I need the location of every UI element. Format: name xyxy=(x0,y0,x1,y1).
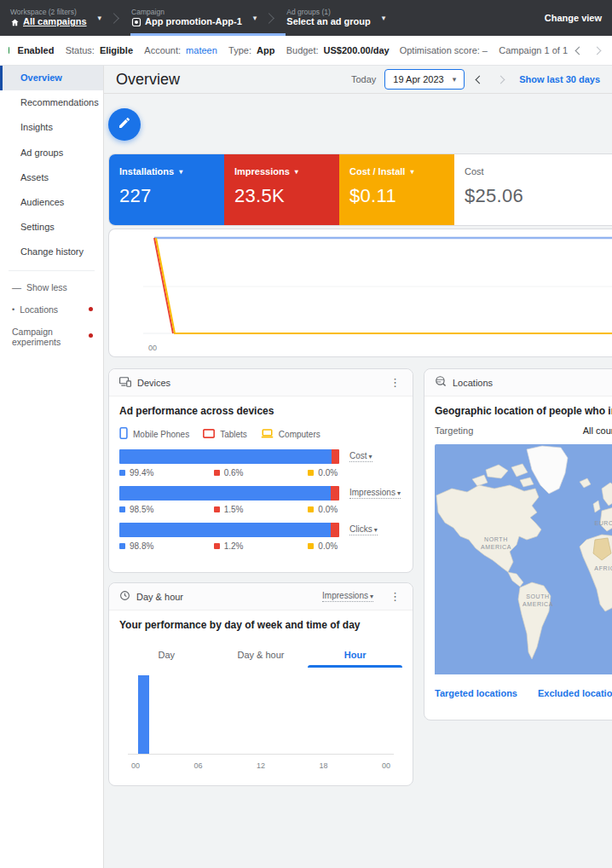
ad-group-selector[interactable]: Ad groups (1) Select an ad group ▾ xyxy=(286,8,385,28)
sidebar-item-change-history[interactable]: Change history xyxy=(0,240,103,264)
metric-dropdown-clicks[interactable]: Clicks▾ xyxy=(349,524,378,535)
campaign-label: Campaign xyxy=(131,8,242,17)
tablet-pct: 1.5% xyxy=(224,505,244,514)
app-campaign-icon xyxy=(131,17,141,27)
metric-tile-cost: Cost $25.06 xyxy=(454,154,569,225)
tab-day-and-hour[interactable]: Day & hour xyxy=(214,643,309,668)
chevron-down-icon: ▾ xyxy=(253,14,257,22)
metric-tile-installations[interactable]: Installations▾ 227 xyxy=(109,154,224,225)
show-less-button[interactable]: — Show less xyxy=(0,276,103,298)
campaign-count: Campaign 1 of 1 xyxy=(499,45,568,55)
map-label-africa: AFRICA xyxy=(594,565,612,571)
laptop-icon xyxy=(261,429,274,440)
minus-icon: — xyxy=(12,282,21,292)
computer-pct: 0.0% xyxy=(318,468,338,477)
stacked-bar xyxy=(119,523,339,537)
device-bar-row-cost: Cost▾ 99.4% 0.6% 0.0% xyxy=(119,449,402,477)
previous-day-button[interactable] xyxy=(473,73,486,86)
chevron-down-icon: ▾ xyxy=(98,14,102,22)
kebab-menu-icon[interactable]: ⋮ xyxy=(388,590,402,603)
world-map[interactable]: NORTH AMERICA SOUTH AMERICA EUROPE AFRIC… xyxy=(435,444,612,678)
date-picker[interactable]: 19 Apr 2023 ▾ xyxy=(384,69,465,90)
sidebar-item-insights[interactable]: Insights xyxy=(0,115,103,140)
previous-campaign-button[interactable] xyxy=(573,44,586,57)
kebab-menu-icon[interactable]: ⋮ xyxy=(388,376,402,389)
clock-icon xyxy=(119,589,130,605)
globe-search-icon xyxy=(435,375,447,391)
map-label-europe: EUROPE xyxy=(594,520,612,526)
campaign-selector[interactable]: Campaign App promotion-App-1 ▾ xyxy=(131,8,257,28)
bar-segment-mobile xyxy=(119,486,331,501)
key-metrics-row: Installations▾ 227 Impressions▾ 23.5K Co… xyxy=(108,153,612,226)
targeted-locations-link[interactable]: Targeted locations xyxy=(435,688,517,698)
page-title: Overview xyxy=(116,71,180,89)
bar-segment-mobile xyxy=(119,449,332,464)
mobile-swatch xyxy=(119,470,125,476)
sidebar-item-audiences[interactable]: Audiences xyxy=(0,190,103,215)
status-value: Eligible xyxy=(100,45,133,55)
chevron-down-icon: ▾ xyxy=(382,14,386,22)
bullet-icon: • xyxy=(12,305,14,314)
metric-dropdown-impressions[interactable]: Impressions▾ xyxy=(349,488,401,499)
today-label: Today xyxy=(351,74,376,84)
computer-pct: 0.0% xyxy=(318,505,338,514)
metric-tile-impressions[interactable]: Impressions▾ 23.5K xyxy=(224,154,339,225)
metric-dropdown-cost[interactable]: Cost▾ xyxy=(349,451,372,462)
budget-label: Budget: xyxy=(286,45,319,55)
devices-card-title: Devices xyxy=(137,378,170,388)
locations-card: Locations Geographic location of people … xyxy=(424,368,612,720)
sidebar-item-overview[interactable]: Overview xyxy=(0,66,103,90)
stacked-bar xyxy=(119,449,339,464)
tablet-swatch xyxy=(214,470,220,476)
sidebar-item-campaign-experiments[interactable]: Campaign experiments xyxy=(0,321,103,353)
optimisation-score: Optimisation score: – xyxy=(400,45,488,55)
tab-hour[interactable]: Hour xyxy=(308,643,402,668)
day-hour-metric-dropdown[interactable]: Impressions▾ xyxy=(322,591,373,602)
bar-segment-mobile xyxy=(119,523,331,537)
devices-icon xyxy=(119,375,131,391)
show-last-30-days-link[interactable]: Show last 30 days xyxy=(519,74,600,84)
day-hour-card-header: Day & hour Impressions▾ ⋮ xyxy=(109,583,413,610)
hour-00-bar xyxy=(138,675,149,754)
legend-computers: Computers xyxy=(261,429,320,440)
mobile-pct: 98.8% xyxy=(130,541,153,551)
ad-group-label: Ad groups (1) xyxy=(286,8,370,17)
sidebar-item-ad-groups[interactable]: Ad groups xyxy=(0,141,103,165)
sidebar-item-recommendations[interactable]: Recommendations xyxy=(0,90,103,115)
targeting-row: Targeting All countries and territories xyxy=(435,425,612,436)
notification-dot xyxy=(89,307,93,311)
tablet-swatch xyxy=(214,543,220,549)
map-label-america: AMERICA xyxy=(481,544,511,550)
change-view-button[interactable]: Change view xyxy=(545,13,602,23)
next-campaign-button[interactable] xyxy=(591,44,603,57)
account-label: Account: xyxy=(144,45,181,55)
workspace-selector[interactable]: Workspace (2 filters) All campaigns ▾ xyxy=(10,8,101,28)
chevron-down-icon: ▾ xyxy=(295,168,298,176)
legend-tablets: Tablets xyxy=(203,429,247,440)
sidebar-item-assets[interactable]: Assets xyxy=(0,165,103,190)
campaign-value: App promotion-App-1 xyxy=(145,16,242,28)
hour-axis-ticks: 00 06 12 18 00 xyxy=(119,761,402,770)
locations-card-title: Locations xyxy=(453,378,493,388)
type-value: App xyxy=(257,45,274,55)
mobile-pct: 99.4% xyxy=(130,468,153,477)
metric-tile-cost-per-install[interactable]: Cost / Install▾ $0.11 xyxy=(339,154,454,225)
sidebar-divider xyxy=(9,270,95,271)
excluded-locations-link[interactable]: Excluded locations xyxy=(538,688,612,698)
sidebar-item-settings[interactable]: Settings xyxy=(0,215,103,240)
day-hour-card: Day & hour Impressions▾ ⋮ Your performan… xyxy=(108,582,413,786)
tab-day[interactable]: Day xyxy=(119,643,214,668)
metric-value: $25.06 xyxy=(465,185,559,207)
metric-value: $0.11 xyxy=(349,185,444,207)
tablet-icon xyxy=(203,429,215,440)
mobile-swatch xyxy=(119,506,125,512)
account-link[interactable]: mateen xyxy=(186,45,217,55)
sidebar-item-locations[interactable]: • Locations xyxy=(0,298,103,321)
edit-fab-button[interactable] xyxy=(108,108,141,141)
locations-subtitle: Geographic location of people who intera… xyxy=(435,405,612,417)
tablet-pct: 0.6% xyxy=(224,468,244,477)
overview-header: Overview Today 19 Apr 2023 ▾ Show last 3… xyxy=(104,66,612,94)
bar-segment-tablet xyxy=(332,449,339,464)
hour-bar-chart: 00 06 12 18 00 xyxy=(119,671,402,772)
next-day-button[interactable] xyxy=(494,73,507,86)
